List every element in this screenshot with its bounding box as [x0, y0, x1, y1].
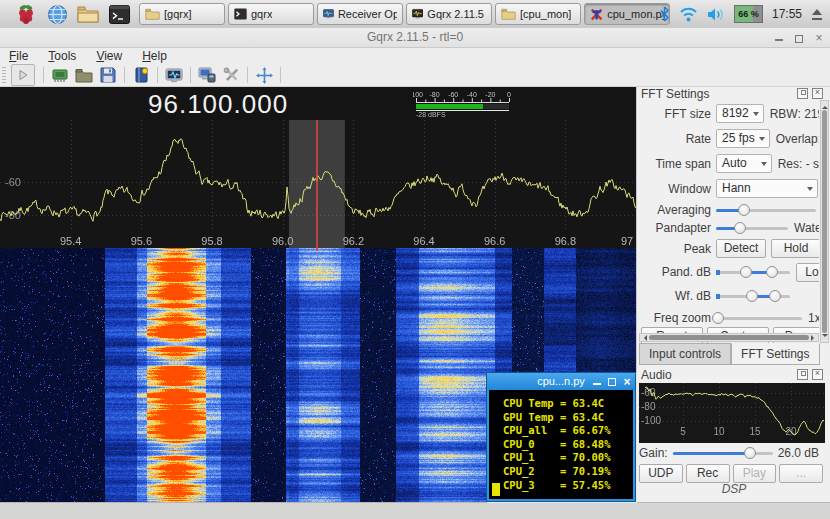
- wf-db-range-slider[interactable]: [716, 290, 790, 302]
- dock-tabbar: Input controls FFT Settings: [639, 343, 820, 365]
- eject-icon[interactable]: [811, 9, 824, 20]
- play-button[interactable]: Play: [733, 464, 777, 483]
- terminal-line: CPU_all = 66.67%: [503, 424, 610, 438]
- bookmarks-button[interactable]: [130, 65, 152, 85]
- more-button[interactable]: ...: [779, 464, 823, 483]
- rec-button[interactable]: Rec: [686, 464, 730, 483]
- volume-icon[interactable]: [707, 7, 725, 22]
- scrollbar-thumb[interactable]: [649, 335, 809, 340]
- play-icon: [17, 69, 29, 81]
- toolbar-drag-handle[interactable]: [2, 67, 6, 83]
- close-button[interactable]: ×: [814, 33, 824, 43]
- audio-fft-canvas[interactable]: [639, 383, 825, 443]
- horizontal-scrollbar[interactable]: [639, 333, 819, 342]
- scroll-up-icon[interactable]: [822, 103, 828, 109]
- toolbar-separator: [280, 67, 281, 83]
- waterfall-label: Waterfall: [794, 221, 819, 235]
- bluetooth-icon[interactable]: [659, 6, 670, 22]
- io-devices-button[interactable]: [49, 65, 71, 85]
- scroll-down-icon[interactable]: [822, 334, 828, 340]
- menu-file[interactable]: File: [9, 49, 28, 63]
- menu-help[interactable]: Help: [142, 49, 167, 63]
- slider-handle[interactable]: [712, 312, 724, 324]
- start-dsp-button[interactable]: [11, 64, 35, 86]
- maximize-button[interactable]: [608, 378, 616, 386]
- slider-handle[interactable]: [738, 204, 750, 216]
- receiver-options-button[interactable]: [163, 65, 185, 85]
- receiver-icon: [165, 68, 183, 83]
- cpu-usage-label: 66 %: [735, 6, 762, 22]
- averaging-slider[interactable]: [716, 204, 816, 216]
- tab-input-controls[interactable]: Input controls: [639, 343, 731, 365]
- remote-icon: [198, 67, 216, 83]
- frequency-display[interactable]: 96.100.000: [148, 89, 288, 120]
- save-settings-button[interactable]: [97, 65, 119, 85]
- range-handle-high[interactable]: [769, 290, 781, 302]
- terminal-launcher-button[interactable]: [107, 2, 131, 26]
- minimize-button[interactable]: [774, 33, 784, 43]
- task-label: [gqrx]: [164, 8, 192, 20]
- slider-handle[interactable]: [744, 447, 756, 459]
- bookmarks-icon: [134, 67, 149, 83]
- task-button-receiver-options[interactable]: Receiver Opti...: [317, 3, 403, 25]
- wifi-icon[interactable]: [679, 7, 698, 22]
- vertical-scrollbar[interactable]: [820, 100, 829, 343]
- task-button-cpu-mon-folder[interactable]: [cpu_mon]: [495, 3, 581, 25]
- remote-control-button[interactable]: [196, 65, 218, 85]
- cpu-mon-titlebar[interactable]: cpu...n.py ×: [487, 373, 635, 390]
- window-titlebar[interactable]: Gqrx 2.11.5 - rtl=0 ×: [0, 28, 830, 48]
- status-message: DSP: [637, 482, 830, 496]
- terminal-line: GPU Temp = 63.4C: [503, 411, 610, 425]
- cpu-usage-monitor[interactable]: 66 %: [734, 5, 763, 23]
- timespan-combo[interactable]: Auto: [716, 154, 772, 173]
- tab-fft-settings[interactable]: FFT Settings: [731, 343, 819, 365]
- range-handle-low[interactable]: [740, 266, 752, 278]
- folder-icon: [501, 8, 516, 20]
- scroll-right-icon[interactable]: [811, 335, 817, 341]
- maximize-button[interactable]: [794, 33, 804, 43]
- task-button-gqrx-terminal[interactable]: gqrx: [228, 3, 314, 25]
- file-manager-button[interactable]: [76, 2, 100, 26]
- freq-zoom-slider[interactable]: [716, 312, 802, 324]
- udp-button[interactable]: UDP: [639, 464, 683, 483]
- menu-view[interactable]: View: [96, 49, 122, 63]
- web-browser-button[interactable]: [45, 2, 69, 26]
- close-button[interactable]: ×: [623, 378, 631, 386]
- slider-handle[interactable]: [734, 222, 746, 234]
- task-button-cpu-mon-py[interactable]: cpu_mon.py: [584, 3, 670, 25]
- scrollbar-thumb[interactable]: [822, 110, 827, 333]
- task-button-gqrx-folder[interactable]: [gqrx]: [139, 3, 225, 25]
- task-button-gqrx-main[interactable]: Gqrx 2.11.5 -...: [406, 3, 492, 25]
- timespan-label: Time span: [639, 157, 711, 171]
- dock-title: Audio: [641, 368, 793, 382]
- rate-combo[interactable]: 25 fps: [716, 129, 770, 148]
- float-dock-icon[interactable]: [797, 88, 808, 99]
- window-controls: ×: [774, 28, 824, 47]
- spectrum-canvas[interactable]: [0, 120, 636, 248]
- terminal-output[interactable]: CPU Temp = 63.4C GPU Temp = 63.4C CPU_al…: [489, 390, 633, 499]
- peak-detect-button[interactable]: Detect: [716, 239, 766, 258]
- recenter-button[interactable]: [253, 65, 275, 85]
- peak-hold-button[interactable]: Hold: [771, 239, 819, 258]
- screen: [gqrx] gqrx Receiver Opti... Gqrx 2.11.5…: [0, 0, 830, 519]
- range-tick: [716, 270, 720, 275]
- raspberry-menu-button[interactable]: [14, 2, 38, 26]
- close-dock-icon[interactable]: ×: [812, 369, 823, 380]
- scroll-left-icon[interactable]: [641, 335, 647, 341]
- fft-size-combo[interactable]: 8192: [716, 104, 764, 123]
- task-label: cpu_mon.py: [607, 8, 664, 20]
- close-dock-icon[interactable]: ×: [812, 88, 823, 99]
- range-handle-high[interactable]: [766, 266, 778, 278]
- pand-db-range-slider[interactable]: [716, 266, 790, 278]
- gain-slider[interactable]: [673, 447, 773, 459]
- pand-lock-button[interactable]: Lock: [796, 263, 819, 282]
- menu-tools[interactable]: Tools: [48, 49, 76, 63]
- tools-button[interactable]: [220, 65, 242, 85]
- io-devices-icon: [51, 67, 69, 83]
- pandapter-slider[interactable]: [716, 222, 788, 234]
- range-handle-low[interactable]: [746, 290, 758, 302]
- load-settings-button[interactable]: [73, 65, 95, 85]
- float-dock-icon[interactable]: [797, 369, 808, 380]
- minimize-button[interactable]: [593, 378, 601, 386]
- window-combo[interactable]: Hann: [716, 179, 818, 198]
